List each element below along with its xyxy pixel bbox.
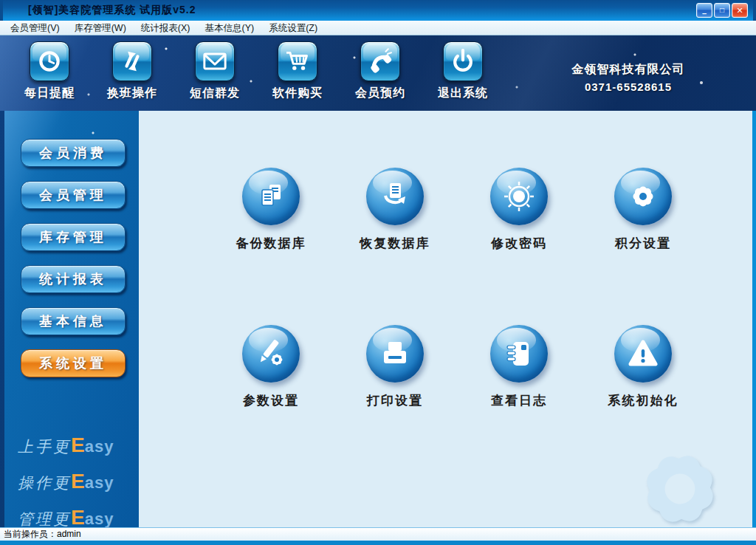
points-settings-button[interactable]: 积分设置 bbox=[581, 168, 705, 325]
menu-member-management[interactable]: 会员管理(V) bbox=[3, 21, 67, 35]
body-row: 会员消费 会员管理 库存管理 统计报表 基本信息 系统设置 上手更Easy 操作… bbox=[0, 111, 756, 527]
sidebar-item-inventory-management[interactable]: 库存管理 bbox=[21, 223, 126, 251]
change-password-icon bbox=[501, 179, 537, 214]
restore-database-icon bbox=[377, 179, 413, 214]
menu-inventory-management[interactable]: 库存管理(W) bbox=[67, 21, 134, 35]
slogan-line: 操作更Easy bbox=[18, 465, 114, 501]
software-purchase-button[interactable]: 软件购买 bbox=[256, 41, 339, 101]
parameter-settings-button[interactable]: 参数设置 bbox=[209, 325, 333, 482]
sidebar: 会员消费 会员管理 库存管理 统计报表 基本信息 系统设置 上手更Easy 操作… bbox=[4, 111, 139, 527]
maximize-button[interactable]: □ bbox=[714, 3, 730, 18]
system-init-icon bbox=[625, 336, 661, 371]
icon-label: 系统初始化 bbox=[608, 392, 678, 409]
menu-statistics-reports[interactable]: 统计报表(X) bbox=[134, 21, 198, 35]
icon-label: 恢复数据库 bbox=[360, 235, 430, 252]
slogan-text: E bbox=[71, 506, 85, 529]
view-log-button[interactable]: 查看日志 bbox=[457, 325, 581, 482]
tool-label: 软件购买 bbox=[272, 86, 323, 101]
power-icon bbox=[448, 47, 478, 76]
maximize-icon: □ bbox=[720, 6, 724, 14]
company-info: 金领智科技有限公司 0371-65528615 bbox=[543, 62, 713, 93]
sidebar-nav: 会员消费 会员管理 库存管理 统计报表 基本信息 系统设置 bbox=[4, 111, 139, 377]
company-name: 金领智科技有限公司 bbox=[543, 62, 713, 78]
slogan-text: 上手更 bbox=[18, 438, 71, 456]
minimize-button[interactable]: – bbox=[696, 3, 712, 18]
minimize-icon: – bbox=[702, 9, 707, 18]
main-content: 备份数据库 恢复数据库 bbox=[139, 111, 752, 527]
slogan-line: 管理更Easy bbox=[18, 501, 114, 537]
backup-database-button[interactable]: 备份数据库 bbox=[209, 168, 333, 325]
settings-icon-grid: 备份数据库 恢复数据库 bbox=[209, 168, 752, 482]
parameter-settings-icon bbox=[253, 336, 289, 371]
icon-label: 打印设置 bbox=[367, 392, 423, 409]
backup-database-icon bbox=[253, 179, 289, 214]
restore-database-button[interactable]: 恢复数据库 bbox=[333, 168, 457, 325]
app-window: [领智]美容院管理系统 试用版v5.2 – □ ✕ 会员管理(V) 库存管理(W… bbox=[0, 0, 756, 545]
slogan-line: 上手更Easy bbox=[18, 428, 114, 465]
icon-label: 积分设置 bbox=[615, 235, 671, 252]
member-booking-button[interactable]: 会员预约 bbox=[339, 41, 422, 101]
system-init-button[interactable]: 系统初始化 bbox=[581, 325, 705, 482]
points-settings-icon bbox=[625, 179, 661, 214]
sidebar-item-statistics-reports[interactable]: 统计报表 bbox=[21, 265, 126, 293]
icon-label: 修改密码 bbox=[491, 235, 547, 252]
icon-label: 查看日志 bbox=[491, 392, 547, 409]
exit-system-button[interactable]: 退出系统 bbox=[422, 41, 504, 101]
slogan-text: 管理更 bbox=[18, 510, 71, 528]
shopping-cart-icon bbox=[283, 47, 312, 76]
window-frame-right bbox=[752, 111, 756, 527]
icon-label: 参数设置 bbox=[243, 392, 299, 409]
print-settings-button[interactable]: 打印设置 bbox=[333, 325, 457, 482]
swap-arrows-icon bbox=[117, 47, 147, 76]
tool-label: 会员预约 bbox=[355, 86, 405, 101]
slogan-text: asy bbox=[85, 473, 114, 492]
clock-icon bbox=[35, 47, 64, 76]
slogan-text: asy bbox=[85, 510, 114, 528]
slogans: 上手更Easy 操作更Easy 管理更Easy bbox=[18, 428, 114, 537]
menu-bar: 会员管理(V) 库存管理(W) 统计报表(X) 基本信息(Y) 系统设置(Z) bbox=[0, 21, 756, 35]
tool-label: 退出系统 bbox=[438, 86, 488, 101]
shift-change-button[interactable]: 换班操作 bbox=[91, 41, 173, 101]
close-button[interactable]: ✕ bbox=[732, 3, 748, 18]
tool-label: 换班操作 bbox=[107, 86, 157, 101]
window-frame-bottom bbox=[0, 541, 756, 545]
slogan-text: E bbox=[71, 433, 85, 456]
title-bar: [领智]美容院管理系统 试用版v5.2 – □ ✕ bbox=[0, 0, 756, 21]
view-log-icon bbox=[501, 336, 537, 371]
sidebar-item-member-consume[interactable]: 会员消费 bbox=[21, 139, 126, 167]
company-phone: 0371-65528615 bbox=[543, 80, 713, 93]
top-toolbar: 每日提醒 换班操作 bbox=[0, 35, 756, 111]
slogan-text: asy bbox=[85, 437, 114, 456]
slogan-text: E bbox=[71, 470, 85, 493]
menu-system-settings[interactable]: 系统设置(Z) bbox=[261, 21, 325, 35]
envelope-icon bbox=[200, 47, 230, 76]
window-title: [领智]美容院管理系统 试用版v5.2 bbox=[28, 4, 196, 17]
close-icon: ✕ bbox=[736, 6, 743, 16]
icon-label: 备份数据库 bbox=[236, 235, 306, 252]
daily-reminder-button[interactable]: 每日提醒 bbox=[8, 41, 91, 101]
sidebar-item-system-settings[interactable]: 系统设置 bbox=[21, 349, 126, 377]
window-controls: – □ ✕ bbox=[696, 3, 748, 18]
print-settings-icon bbox=[377, 336, 413, 371]
change-password-button[interactable]: 修改密码 bbox=[457, 168, 581, 325]
slogan-text: 操作更 bbox=[18, 474, 71, 492]
phone-icon bbox=[365, 47, 395, 76]
sms-broadcast-button[interactable]: 短信群发 bbox=[173, 41, 256, 101]
tool-label: 每日提醒 bbox=[24, 86, 75, 101]
sidebar-item-basic-info[interactable]: 基本信息 bbox=[21, 307, 126, 335]
sidebar-item-member-management[interactable]: 会员管理 bbox=[21, 181, 126, 209]
menu-basic-info[interactable]: 基本信息(Y) bbox=[197, 21, 261, 35]
tool-label: 短信群发 bbox=[190, 86, 240, 101]
